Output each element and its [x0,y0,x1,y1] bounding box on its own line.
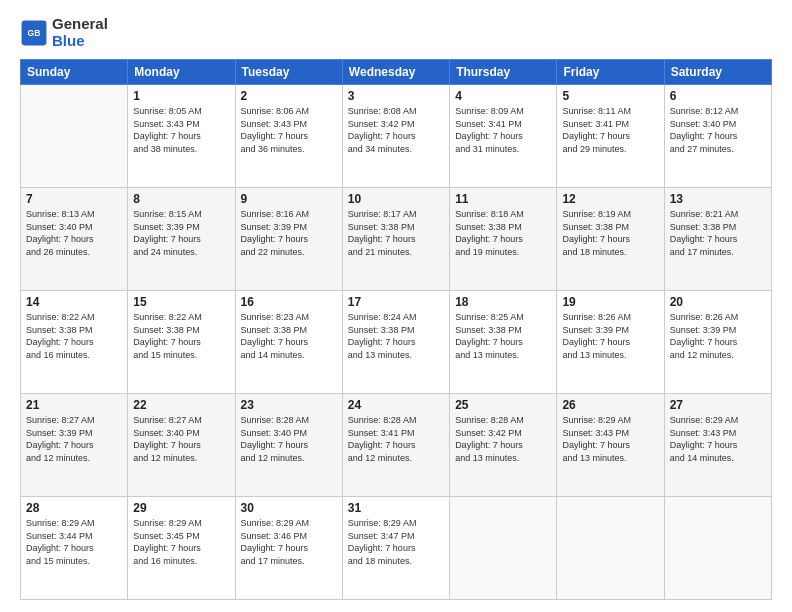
day-info: Sunrise: 8:28 AM Sunset: 3:42 PM Dayligh… [455,414,551,464]
calendar-cell: 20Sunrise: 8:26 AM Sunset: 3:39 PM Dayli… [664,291,771,394]
day-number: 8 [133,192,229,206]
day-number: 27 [670,398,766,412]
day-header-sunday: Sunday [21,60,128,85]
day-info: Sunrise: 8:08 AM Sunset: 3:42 PM Dayligh… [348,105,444,155]
day-header-thursday: Thursday [450,60,557,85]
calendar-cell: 3Sunrise: 8:08 AM Sunset: 3:42 PM Daylig… [342,85,449,188]
calendar-cell: 6Sunrise: 8:12 AM Sunset: 3:40 PM Daylig… [664,85,771,188]
calendar-cell: 24Sunrise: 8:28 AM Sunset: 3:41 PM Dayli… [342,394,449,497]
calendar-cell: 19Sunrise: 8:26 AM Sunset: 3:39 PM Dayli… [557,291,664,394]
day-info: Sunrise: 8:16 AM Sunset: 3:39 PM Dayligh… [241,208,337,258]
day-number: 31 [348,501,444,515]
calendar-cell: 13Sunrise: 8:21 AM Sunset: 3:38 PM Dayli… [664,188,771,291]
calendar-cell: 26Sunrise: 8:29 AM Sunset: 3:43 PM Dayli… [557,394,664,497]
day-number: 1 [133,89,229,103]
day-info: Sunrise: 8:09 AM Sunset: 3:41 PM Dayligh… [455,105,551,155]
day-number: 11 [455,192,551,206]
day-number: 15 [133,295,229,309]
day-info: Sunrise: 8:11 AM Sunset: 3:41 PM Dayligh… [562,105,658,155]
day-info: Sunrise: 8:22 AM Sunset: 3:38 PM Dayligh… [133,311,229,361]
day-header-saturday: Saturday [664,60,771,85]
day-info: Sunrise: 8:26 AM Sunset: 3:39 PM Dayligh… [670,311,766,361]
day-number: 7 [26,192,122,206]
day-number: 2 [241,89,337,103]
calendar-cell [664,497,771,600]
day-info: Sunrise: 8:24 AM Sunset: 3:38 PM Dayligh… [348,311,444,361]
day-info: Sunrise: 8:27 AM Sunset: 3:39 PM Dayligh… [26,414,122,464]
day-info: Sunrise: 8:21 AM Sunset: 3:38 PM Dayligh… [670,208,766,258]
calendar-cell: 28Sunrise: 8:29 AM Sunset: 3:44 PM Dayli… [21,497,128,600]
day-number: 29 [133,501,229,515]
svg-text:GB: GB [28,28,41,38]
day-info: Sunrise: 8:18 AM Sunset: 3:38 PM Dayligh… [455,208,551,258]
calendar-header-row: SundayMondayTuesdayWednesdayThursdayFrid… [21,60,772,85]
logo-text-blue: Blue [52,33,108,50]
calendar-cell: 10Sunrise: 8:17 AM Sunset: 3:38 PM Dayli… [342,188,449,291]
day-info: Sunrise: 8:29 AM Sunset: 3:44 PM Dayligh… [26,517,122,567]
calendar-cell [21,85,128,188]
day-info: Sunrise: 8:28 AM Sunset: 3:41 PM Dayligh… [348,414,444,464]
calendar-cell: 1Sunrise: 8:05 AM Sunset: 3:43 PM Daylig… [128,85,235,188]
day-info: Sunrise: 8:27 AM Sunset: 3:40 PM Dayligh… [133,414,229,464]
calendar-cell: 30Sunrise: 8:29 AM Sunset: 3:46 PM Dayli… [235,497,342,600]
calendar-cell: 31Sunrise: 8:29 AM Sunset: 3:47 PM Dayli… [342,497,449,600]
day-number: 13 [670,192,766,206]
header: GB General Blue [20,16,772,49]
day-number: 25 [455,398,551,412]
day-number: 12 [562,192,658,206]
logo: GB General Blue [20,16,108,49]
day-info: Sunrise: 8:12 AM Sunset: 3:40 PM Dayligh… [670,105,766,155]
calendar-cell: 21Sunrise: 8:27 AM Sunset: 3:39 PM Dayli… [21,394,128,497]
day-info: Sunrise: 8:17 AM Sunset: 3:38 PM Dayligh… [348,208,444,258]
day-info: Sunrise: 8:15 AM Sunset: 3:39 PM Dayligh… [133,208,229,258]
day-number: 16 [241,295,337,309]
calendar-cell: 12Sunrise: 8:19 AM Sunset: 3:38 PM Dayli… [557,188,664,291]
calendar-cell: 14Sunrise: 8:22 AM Sunset: 3:38 PM Dayli… [21,291,128,394]
day-number: 22 [133,398,229,412]
day-info: Sunrise: 8:28 AM Sunset: 3:40 PM Dayligh… [241,414,337,464]
day-info: Sunrise: 8:13 AM Sunset: 3:40 PM Dayligh… [26,208,122,258]
calendar-cell: 4Sunrise: 8:09 AM Sunset: 3:41 PM Daylig… [450,85,557,188]
day-number: 21 [26,398,122,412]
day-number: 26 [562,398,658,412]
calendar-cell [450,497,557,600]
day-info: Sunrise: 8:29 AM Sunset: 3:45 PM Dayligh… [133,517,229,567]
calendar-cell: 22Sunrise: 8:27 AM Sunset: 3:40 PM Dayli… [128,394,235,497]
calendar-cell: 11Sunrise: 8:18 AM Sunset: 3:38 PM Dayli… [450,188,557,291]
day-number: 19 [562,295,658,309]
day-info: Sunrise: 8:19 AM Sunset: 3:38 PM Dayligh… [562,208,658,258]
day-info: Sunrise: 8:25 AM Sunset: 3:38 PM Dayligh… [455,311,551,361]
calendar-cell: 15Sunrise: 8:22 AM Sunset: 3:38 PM Dayli… [128,291,235,394]
day-number: 3 [348,89,444,103]
day-number: 5 [562,89,658,103]
calendar-cell: 29Sunrise: 8:29 AM Sunset: 3:45 PM Dayli… [128,497,235,600]
day-info: Sunrise: 8:29 AM Sunset: 3:43 PM Dayligh… [562,414,658,464]
day-number: 20 [670,295,766,309]
calendar-week-row: 21Sunrise: 8:27 AM Sunset: 3:39 PM Dayli… [21,394,772,497]
calendar-cell: 8Sunrise: 8:15 AM Sunset: 3:39 PM Daylig… [128,188,235,291]
calendar-cell: 17Sunrise: 8:24 AM Sunset: 3:38 PM Dayli… [342,291,449,394]
calendar-week-row: 28Sunrise: 8:29 AM Sunset: 3:44 PM Dayli… [21,497,772,600]
day-number: 9 [241,192,337,206]
calendar-cell: 16Sunrise: 8:23 AM Sunset: 3:38 PM Dayli… [235,291,342,394]
day-info: Sunrise: 8:23 AM Sunset: 3:38 PM Dayligh… [241,311,337,361]
calendar-cell: 5Sunrise: 8:11 AM Sunset: 3:41 PM Daylig… [557,85,664,188]
day-number: 17 [348,295,444,309]
day-info: Sunrise: 8:22 AM Sunset: 3:38 PM Dayligh… [26,311,122,361]
calendar-cell: 25Sunrise: 8:28 AM Sunset: 3:42 PM Dayli… [450,394,557,497]
day-info: Sunrise: 8:29 AM Sunset: 3:43 PM Dayligh… [670,414,766,464]
day-number: 18 [455,295,551,309]
calendar-week-row: 7Sunrise: 8:13 AM Sunset: 3:40 PM Daylig… [21,188,772,291]
day-info: Sunrise: 8:26 AM Sunset: 3:39 PM Dayligh… [562,311,658,361]
day-number: 6 [670,89,766,103]
day-number: 24 [348,398,444,412]
day-number: 28 [26,501,122,515]
day-number: 10 [348,192,444,206]
page: GB General Blue SundayMondayTuesdayWedne… [0,0,792,612]
day-number: 14 [26,295,122,309]
calendar-cell: 9Sunrise: 8:16 AM Sunset: 3:39 PM Daylig… [235,188,342,291]
day-info: Sunrise: 8:05 AM Sunset: 3:43 PM Dayligh… [133,105,229,155]
day-info: Sunrise: 8:29 AM Sunset: 3:46 PM Dayligh… [241,517,337,567]
calendar-cell [557,497,664,600]
day-header-wednesday: Wednesday [342,60,449,85]
